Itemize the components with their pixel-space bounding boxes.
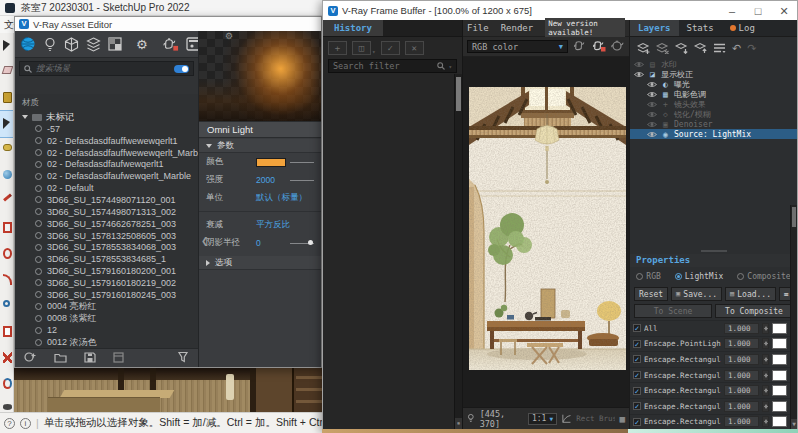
maximize-button[interactable]: □ xyxy=(745,2,771,20)
region-brush-toggle[interactable]: Rect Brush xyxy=(576,414,614,423)
layer-row[interactable]: ◇ 锐化/模糊 xyxy=(630,109,797,119)
mode-lightmix[interactable]: LightMix xyxy=(675,272,724,281)
render-last-teapot-icon[interactable] xyxy=(572,37,587,56)
visibility-eye-icon[interactable] xyxy=(634,61,644,68)
lightmix-color-swatch[interactable] xyxy=(772,385,787,396)
orbit-tool-icon[interactable] xyxy=(0,371,14,397)
menu-render[interactable]: Render xyxy=(501,23,534,33)
tab-history[interactable]: History xyxy=(323,20,383,36)
tab-log[interactable]: Log xyxy=(722,20,763,36)
value-spinner-icon[interactable] xyxy=(762,354,769,365)
reset-button[interactable]: Reset xyxy=(634,287,668,301)
light-title-bar[interactable]: Omni Light xyxy=(199,121,321,138)
arc-tool-icon[interactable] xyxy=(0,267,14,293)
material-item[interactable]: 3D66_SU_1578553834685_1 xyxy=(22,253,198,265)
lightmix-row[interactable]: Enscape.RectangularLig 1.000 xyxy=(630,382,790,398)
history-delete-icon[interactable]: ✕ xyxy=(405,41,424,55)
layer-row[interactable]: ▦ 电影色调 xyxy=(630,89,797,99)
asset-editor-titlebar[interactable]: V V-Ray Asset Editor xyxy=(15,17,321,31)
units-value[interactable]: 默认（标量） xyxy=(256,192,307,204)
material-item[interactable]: 3D66_SU_1579160180245_003 xyxy=(22,289,198,301)
history-save-icon[interactable]: + xyxy=(328,41,347,55)
lightmix-checkbox[interactable] xyxy=(633,324,641,332)
lightmix-row[interactable]: Enscape.PointLight#1 2 1.000 xyxy=(630,336,790,352)
tape-measure-icon[interactable] xyxy=(0,137,14,163)
shadow-radius-value[interactable]: 0 xyxy=(256,238,286,248)
textures-icon[interactable] xyxy=(86,36,101,53)
lightmix-value[interactable]: 1.000 xyxy=(724,416,759,427)
sphere-tool-icon[interactable] xyxy=(0,163,14,189)
lightmix-value[interactable]: 1.000 xyxy=(724,338,759,349)
materials-icon[interactable] xyxy=(20,36,36,53)
line-tool-icon[interactable] xyxy=(0,189,14,215)
lightmix-row[interactable]: All 1.000 xyxy=(630,320,790,336)
look-around-icon[interactable] xyxy=(0,397,14,412)
layer-row[interactable]: ▣ Denoiser xyxy=(630,119,797,129)
bitmap-icon[interactable] xyxy=(108,36,122,53)
lightmix-value[interactable]: 1.000 xyxy=(724,385,759,396)
eraser-tool-icon[interactable] xyxy=(0,59,14,85)
visibility-eye-icon[interactable] xyxy=(647,131,657,138)
history-compare-icon[interactable]: ◫ xyxy=(352,41,371,55)
material-item[interactable]: 0012 浓汤色 xyxy=(22,336,198,348)
materials-group-row[interactable]: 未标记 xyxy=(22,111,198,123)
lightmix-checkbox[interactable] xyxy=(633,418,641,426)
value-spinner-icon[interactable] xyxy=(762,323,769,334)
material-item[interactable]: 12 xyxy=(22,324,198,336)
material-item[interactable]: 3D66_SU_1578132508605_003 xyxy=(22,230,198,242)
load-layers-icon[interactable] xyxy=(694,42,707,54)
mode-rgb[interactable]: RGB xyxy=(636,272,660,281)
settings-gear-icon[interactable]: ⚙ xyxy=(136,36,148,53)
section-expand-icon[interactable] xyxy=(206,260,210,266)
visibility-eye-icon[interactable] xyxy=(647,91,657,98)
select-tool-active-icon[interactable] xyxy=(0,111,14,137)
material-item[interactable]: -57 xyxy=(22,123,198,135)
geometry-icon[interactable] xyxy=(64,36,79,53)
material-item[interactable]: 02 - Defasdasdfauffwewewqerlt_Marble xyxy=(22,147,198,159)
lightmix-value[interactable]: 1.000 xyxy=(724,323,759,334)
light-color-swatch[interactable] xyxy=(256,158,286,167)
add-asset-icon[interactable] xyxy=(24,349,37,367)
circle-tool-icon[interactable] xyxy=(0,241,14,267)
color-corrections-curve-icon[interactable] xyxy=(562,413,571,424)
options-section-header[interactable]: 选项 xyxy=(199,256,321,270)
value-spinner-icon[interactable] xyxy=(762,416,769,427)
tab-stats[interactable]: Stats xyxy=(679,20,722,36)
channel-select[interactable]: RGB color ▼ xyxy=(467,40,568,53)
lightmix-color-swatch[interactable] xyxy=(772,354,787,365)
panel-collapse-chevron-icon[interactable]: ❮ xyxy=(201,236,209,246)
material-item[interactable]: 3D66_SU_1579160180219_002 xyxy=(22,277,198,289)
light-preview-swatch[interactable]: ⚙ xyxy=(199,31,321,121)
lightmix-checkbox[interactable] xyxy=(633,387,641,395)
slider-knob[interactable] xyxy=(308,240,313,245)
display-options-icon[interactable]: ▦ xyxy=(620,414,625,424)
material-item[interactable]: 3D66_SU_1574498071120_001 xyxy=(22,194,198,206)
close-button[interactable]: ✕ xyxy=(771,2,797,20)
section-collapse-icon[interactable] xyxy=(206,144,212,148)
render-viewport[interactable] xyxy=(463,57,629,407)
material-item[interactable]: 3D66_SU_1579160180200_001 xyxy=(22,265,198,277)
layer-list-icon[interactable] xyxy=(713,42,726,54)
value-spinner-icon[interactable] xyxy=(762,338,769,349)
visibility-eye-icon[interactable] xyxy=(647,81,657,88)
lightmix-value[interactable]: 1.000 xyxy=(724,370,759,381)
pixel-probe-icon[interactable] xyxy=(467,413,475,424)
material-item[interactable]: 3D66_SU_1574662678251_003 xyxy=(22,218,198,230)
lightmix-color-swatch[interactable] xyxy=(772,416,787,427)
save-button[interactable]: ▣Save... xyxy=(671,287,722,301)
save-layers-icon[interactable] xyxy=(675,42,688,54)
value-spinner-icon[interactable] xyxy=(762,385,769,396)
visibility-eye-icon[interactable] xyxy=(634,71,644,78)
pack-project-icon[interactable] xyxy=(113,349,124,367)
interactive-render-teapot-icon[interactable] xyxy=(610,37,625,56)
material-item[interactable]: 02 - Defasdasdfauffwewewqerlt1 xyxy=(22,135,198,147)
sketchup-viewport[interactable] xyxy=(14,368,322,412)
scrollbar-down-icon[interactable]: ▪ xyxy=(455,418,462,429)
update-notice[interactable]: New version available! xyxy=(545,18,625,38)
lightmix-checkbox[interactable] xyxy=(633,340,641,348)
purge-filter-icon[interactable] xyxy=(177,349,189,367)
layer-row[interactable]: ◉ Source: LightMix xyxy=(630,129,797,139)
lightmix-value[interactable]: 1.000 xyxy=(724,354,759,365)
load-button[interactable]: ▤Load... xyxy=(725,287,776,301)
history-search-field[interactable]: Search filter ▾ xyxy=(328,59,457,73)
